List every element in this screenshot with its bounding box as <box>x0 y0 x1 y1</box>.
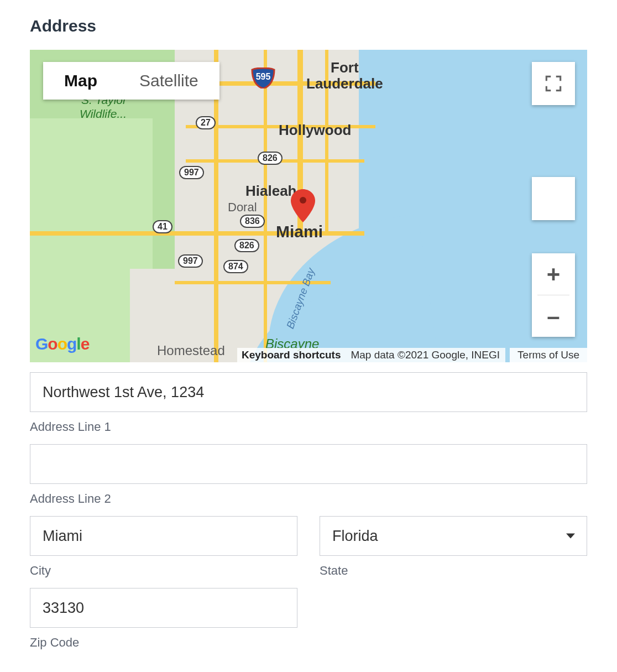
zoom-control: + – <box>532 253 575 337</box>
address-line-2-input[interactable] <box>30 444 587 484</box>
pegman-button[interactable] <box>532 177 575 220</box>
keyboard-shortcuts-button[interactable]: Keyboard shortcuts <box>237 348 345 362</box>
map-type-satellite-button[interactable]: Satellite <box>118 62 219 100</box>
map-type-map-button[interactable]: Map <box>43 62 118 100</box>
shield-997b: 997 <box>178 254 203 268</box>
zoom-out-button[interactable]: – <box>532 295 575 337</box>
terms-of-use-link[interactable]: Terms of Use <box>510 348 587 362</box>
map-label-hollywood: Hollywood <box>279 122 351 139</box>
shield-27: 27 <box>196 116 216 129</box>
shield-826b: 826 <box>234 239 259 252</box>
shield-874: 874 <box>223 260 248 273</box>
section-heading: Address <box>30 17 587 35</box>
map-road <box>264 50 267 362</box>
map-label-miami: Miami <box>276 222 323 241</box>
shield-i595-icon: 595 <box>251 67 275 88</box>
fullscreen-icon <box>543 73 564 94</box>
state-select[interactable]: Florida <box>320 516 587 556</box>
city-label: City <box>30 564 297 578</box>
address-line-1-input[interactable] <box>30 372 587 412</box>
city-input[interactable] <box>30 516 297 556</box>
map-label-fort-lauderdale: FortLauderdale <box>306 60 383 91</box>
shield-41: 41 <box>153 220 172 233</box>
shield-836: 836 <box>240 215 265 228</box>
map-canvas[interactable]: S. TaylorWildlife... FortLauderdale Holl… <box>30 50 587 362</box>
address-line-2-label: Address Line 2 <box>30 492 587 506</box>
shield-826a: 826 <box>258 152 283 165</box>
state-label: State <box>320 564 587 578</box>
map-label-hialeah: Hialeah <box>245 183 297 200</box>
svg-point-0 <box>300 197 306 204</box>
fullscreen-button[interactable] <box>532 62 575 105</box>
zoom-in-button[interactable]: + <box>532 253 575 295</box>
zip-code-label: Zip Code <box>30 635 297 650</box>
shield-997a: 997 <box>179 166 204 179</box>
address-line-1-label: Address Line 1 <box>30 420 587 434</box>
map-attribution: Map data ©2021 Google, INEGI <box>345 348 505 362</box>
map-marker-icon[interactable] <box>291 189 315 222</box>
shield-i595-label: 595 <box>251 72 275 82</box>
map-type-toggle: Map Satellite <box>43 62 219 100</box>
zip-code-input[interactable] <box>30 588 297 628</box>
map-label-doral: Doral <box>228 200 257 215</box>
map-attribution-bar: Keyboard shortcuts Map data ©2021 Google… <box>30 348 587 362</box>
